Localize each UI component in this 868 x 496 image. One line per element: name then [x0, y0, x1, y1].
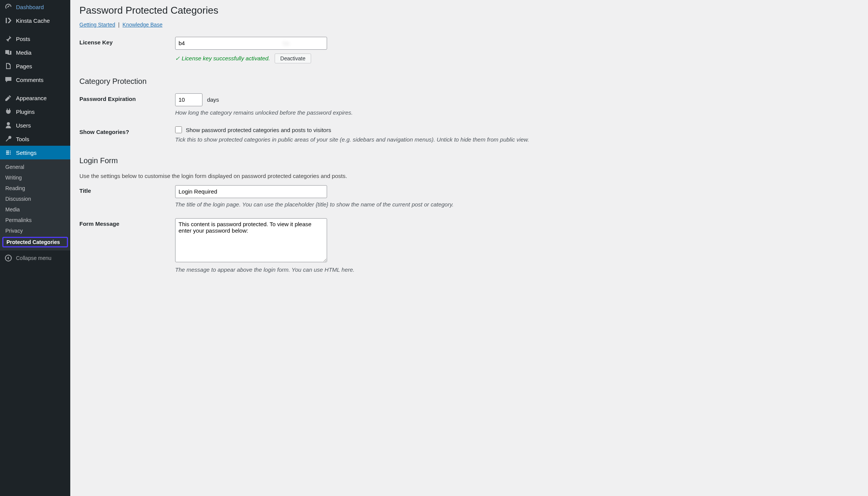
show-categories-description: Tick this to show protected categories i…	[175, 136, 859, 143]
dashboard-icon	[5, 3, 12, 11]
expiration-description: How long the category remains unlocked b…	[175, 109, 859, 116]
sidebar-item-plugins[interactable]: Plugins	[0, 105, 70, 118]
sidebar-item-label: Appearance	[16, 95, 47, 101]
form-message-description: The message to appear above the login fo…	[175, 266, 859, 273]
plugins-icon	[5, 108, 12, 115]
sidebar-item-dashboard[interactable]: Dashboard	[0, 0, 70, 14]
sidebar-item-label: Comments	[16, 77, 44, 83]
collapse-label: Collapse menu	[16, 255, 51, 261]
submenu-discussion[interactable]: Discussion	[0, 194, 70, 204]
sidebar-item-label: Dashboard	[16, 4, 44, 10]
category-protection-heading: Category Protection	[79, 77, 859, 86]
submenu-media[interactable]: Media	[0, 204, 70, 215]
sidebar-item-label: Users	[16, 122, 31, 129]
sidebar-item-pages[interactable]: Pages	[0, 59, 70, 73]
pin-icon	[5, 35, 12, 43]
sidebar-item-comments[interactable]: Comments	[0, 73, 70, 87]
sidebar-item-appearance[interactable]: Appearance	[0, 91, 70, 105]
sidebar-item-label: Posts	[16, 36, 30, 42]
license-status-message: ✓ License key successfully activated.	[175, 55, 270, 62]
form-message-label: Form Message	[79, 218, 175, 227]
submenu-general[interactable]: General	[0, 162, 70, 172]
sidebar-item-label: Plugins	[16, 109, 35, 115]
login-title-description: The title of the login page. You can use…	[175, 201, 859, 208]
login-title-input[interactable]	[175, 185, 327, 198]
media-icon	[5, 49, 12, 56]
sidebar-item-label: Tools	[16, 136, 29, 142]
link-knowledge-base[interactable]: Knowledge Base	[123, 22, 163, 28]
password-expiration-label: Password Expiration	[79, 93, 175, 102]
submenu-permalinks[interactable]: Permalinks	[0, 215, 70, 225]
link-getting-started[interactable]: Getting Started	[79, 22, 115, 28]
form-message-textarea[interactable]	[175, 218, 327, 262]
submenu-protected-categories[interactable]: Protected Categories	[2, 237, 68, 247]
sidebar-item-media[interactable]: Media	[0, 46, 70, 59]
settings-submenu: General Writing Reading Discussion Media…	[0, 159, 70, 250]
users-icon	[5, 121, 12, 129]
login-form-heading: Login Form	[79, 156, 859, 165]
license-blur-overlay	[187, 38, 316, 48]
help-links: Getting Started | Knowledge Base	[79, 22, 859, 28]
kinsta-icon	[5, 17, 12, 24]
sidebar-item-kinsta[interactable]: Kinsta Cache	[0, 14, 70, 27]
sidebar-item-settings[interactable]: Settings	[0, 146, 70, 159]
deactivate-button[interactable]: Deactivate	[275, 54, 311, 63]
admin-sidebar: Dashboard Kinsta Cache Posts Media Pages…	[0, 0, 70, 496]
sidebar-item-posts[interactable]: Posts	[0, 32, 70, 46]
show-categories-checkbox-label: Show password protected categories and p…	[186, 127, 331, 133]
tools-icon	[5, 135, 12, 143]
sidebar-item-label: Settings	[16, 150, 36, 156]
pages-icon	[5, 62, 12, 70]
password-expiration-input[interactable]	[175, 93, 202, 106]
main-content: Password Protected Categories Getting St…	[70, 0, 868, 496]
collapse-menu[interactable]: Collapse menu	[0, 250, 70, 266]
sidebar-item-label: Media	[16, 49, 32, 56]
page-title: Password Protected Categories	[79, 5, 859, 16]
expiration-unit: days	[207, 96, 219, 103]
show-categories-label: Show Categories?	[79, 126, 175, 135]
submenu-writing[interactable]: Writing	[0, 172, 70, 183]
submenu-reading[interactable]: Reading	[0, 183, 70, 194]
login-title-label: Title	[79, 185, 175, 194]
settings-icon	[5, 149, 12, 156]
sidebar-item-label: Pages	[16, 63, 32, 69]
collapse-icon	[5, 254, 12, 262]
sidebar-item-users[interactable]: Users	[0, 118, 70, 132]
login-form-intro: Use the settings below to customise the …	[79, 173, 859, 179]
submenu-privacy[interactable]: Privacy	[0, 225, 70, 236]
sidebar-item-label: Kinsta Cache	[16, 17, 50, 24]
sidebar-item-tools[interactable]: Tools	[0, 132, 70, 146]
license-key-label: License Key	[79, 37, 175, 46]
appearance-icon	[5, 94, 12, 102]
show-categories-checkbox[interactable]	[175, 126, 182, 133]
comments-icon	[5, 76, 12, 83]
